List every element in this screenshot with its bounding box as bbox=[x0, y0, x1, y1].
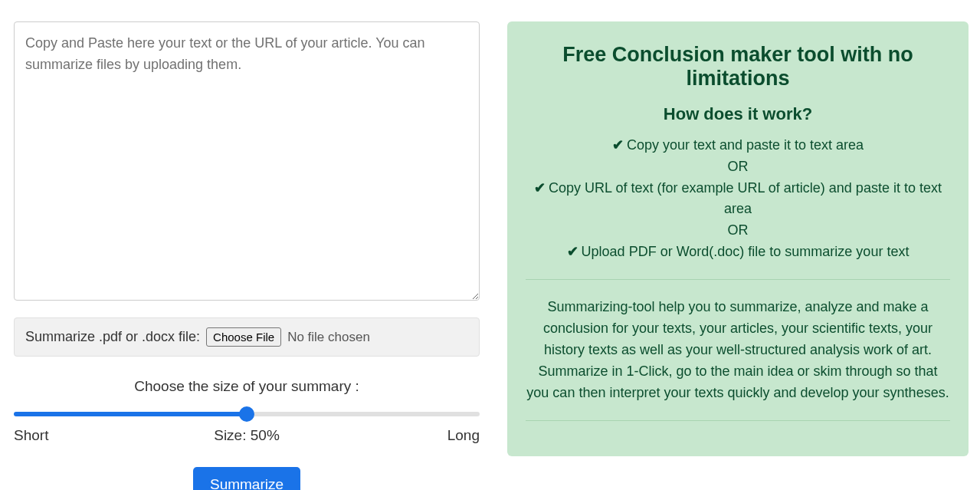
slider-short-label: Short bbox=[14, 427, 48, 444]
right-panel: Free Conclusion maker tool with no limit… bbox=[507, 21, 969, 490]
info-or-1: OR bbox=[526, 159, 950, 175]
info-step-1-text: Copy your text and paste it to text area bbox=[627, 137, 864, 153]
info-step-1: ✔Copy your text and paste it to text are… bbox=[526, 135, 950, 156]
file-status-text: No file chosen bbox=[287, 330, 370, 345]
check-icon: ✔ bbox=[567, 242, 578, 262]
info-description: Summarizing-tool help you to summarize, … bbox=[526, 297, 950, 403]
info-box: Free Conclusion maker tool with no limit… bbox=[507, 21, 969, 456]
left-panel: Summarize .pdf or .docx file: Choose Fil… bbox=[14, 21, 480, 490]
main-container: Summarize .pdf or .docx file: Choose Fil… bbox=[14, 21, 966, 490]
info-step-2-text: Copy URL of text (for example URL of art… bbox=[549, 180, 942, 216]
info-title: Free Conclusion maker tool with no limit… bbox=[526, 43, 950, 90]
info-divider-bottom bbox=[526, 420, 950, 421]
slider-labels: Short Size: 50% Long bbox=[14, 427, 480, 446]
slider-wrap: Short Size: 50% Long bbox=[14, 406, 480, 446]
info-subtitle: How does it work? bbox=[526, 104, 950, 124]
choose-file-button[interactable]: Choose File bbox=[206, 327, 281, 347]
file-upload-label: Summarize .pdf or .docx file: bbox=[25, 329, 200, 345]
slider-heading: Choose the size of your summary : bbox=[14, 378, 480, 395]
info-or-2: OR bbox=[526, 222, 950, 238]
file-upload-bar: Summarize .pdf or .docx file: Choose Fil… bbox=[14, 317, 480, 357]
info-step-3: ✔Upload PDF or Word(.doc) file to summar… bbox=[526, 242, 950, 262]
text-input[interactable] bbox=[14, 21, 480, 301]
check-icon: ✔ bbox=[612, 135, 624, 156]
info-divider bbox=[526, 279, 950, 280]
slider-size-label: Size: 50% bbox=[214, 427, 280, 444]
summarize-button[interactable]: Summarize bbox=[193, 467, 300, 490]
slider-long-label: Long bbox=[447, 427, 480, 444]
check-icon: ✔ bbox=[534, 178, 546, 199]
info-step-3-text: Upload PDF or Word(.doc) file to summari… bbox=[582, 244, 910, 259]
info-step-2: ✔Copy URL of text (for example URL of ar… bbox=[526, 178, 950, 219]
size-slider[interactable] bbox=[14, 412, 480, 416]
